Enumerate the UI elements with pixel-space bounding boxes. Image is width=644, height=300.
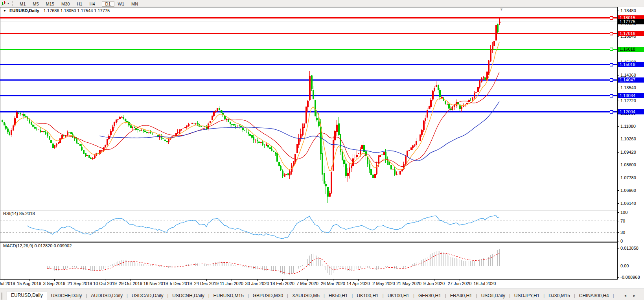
date-tick-label: 27 Jun 2020 [448, 281, 472, 286]
date-tick [54, 280, 55, 281]
date-tick [29, 280, 29, 281]
date-tick [282, 280, 283, 281]
date-tick [131, 280, 131, 281]
tab-xauusd-m5[interactable]: XAUUSD,M5 [288, 291, 324, 300]
timeframe-button-mn[interactable]: MN [128, 1, 142, 7]
date-tick [105, 280, 105, 281]
date-tick [232, 280, 232, 281]
tab-usdcnh-daily[interactable]: USDCNH,Daily [168, 291, 208, 300]
macd-tick [618, 248, 619, 248]
rsi-tick-label: 100 [620, 210, 627, 215]
tabs-container: EURUSD,DailyUSDCHF,Daily|AUDUSD,Daily|US… [7, 291, 614, 300]
tab-usdchf-daily[interactable]: USDCHF,Daily [47, 291, 86, 300]
rsi-layer [0, 215, 617, 239]
macd-tick-label: 0.00 [620, 263, 629, 268]
macd-tick-label: 0.013858 [620, 246, 638, 250]
date-tick [206, 280, 207, 281]
macd-layer [47, 249, 500, 275]
timeframe-button-m5[interactable]: M5 [29, 1, 42, 7]
price-tick [618, 88, 619, 88]
date-tick-label: 21 Sep 2019 [68, 281, 92, 286]
chart-symbol-label: EURUSD,Daily [9, 8, 39, 13]
macd-tick [618, 266, 619, 266]
date-tick [358, 280, 359, 281]
date-tick-label: 29 Oct 2019 [119, 281, 142, 286]
price-tick [618, 190, 619, 191]
date-axis[interactable]: 27 Jul 201915 Aug 20193 Sep 201921 Sep 2… [0, 280, 617, 288]
tabbar-grip [1, 293, 6, 300]
date-tick-label: 16 Nov 2019 [144, 281, 168, 286]
window-bottom-border [0, 288, 644, 288]
moving-averages-layer [15, 42, 499, 171]
tab-audusd-daily[interactable]: AUDUSD,Daily [87, 291, 127, 300]
date-tick [156, 280, 156, 281]
panel-frame [0, 7, 618, 280]
level-price-label: 1.17016 [618, 31, 644, 36]
date-tick [384, 280, 384, 281]
tab-scroll-right-icon[interactable]: ► [633, 294, 638, 298]
rsi-tick [618, 212, 619, 213]
rsi-tick [618, 232, 619, 233]
current-price-label: 1.17775 [618, 19, 644, 24]
level-price-label: 1.13034 [618, 93, 644, 98]
date-tick-label: 21 May 2020 [396, 281, 421, 286]
date-tick [257, 280, 258, 281]
price-tick-label: 1.06140 [620, 201, 636, 206]
rsi-tick-label: 30 [620, 230, 625, 235]
tab-fra40-h1[interactable]: FRA40,H1 [446, 291, 476, 300]
timeframe-button-m1[interactable]: M1 [16, 1, 29, 7]
tab-separator: | [613, 293, 614, 300]
price-tick [618, 152, 619, 153]
level-price-label: 1.15019 [618, 62, 644, 67]
tab-china300-h4[interactable]: CHINA300,H4 [575, 291, 613, 300]
date-tick-label: 7 Mar 2020 [296, 281, 318, 286]
tab-gbpusd-m30[interactable]: GBPUSD,M30 [249, 291, 287, 300]
tab-eurusd-daily[interactable]: EURUSD,Daily [7, 291, 47, 300]
tab-scroll-arrows: ◄ ► [624, 294, 638, 300]
price-tick-label: 1.14360 [620, 73, 636, 77]
price-tick [618, 36, 619, 37]
tab-eurusd-m15[interactable]: EURUSD,M15 [210, 291, 248, 300]
tab-usdcad-daily[interactable]: USDCAD,Daily [128, 291, 167, 300]
tab-uk100-h1[interactable]: UK100,H1 [353, 291, 382, 300]
date-tick-label: 10 Oct 2019 [93, 281, 117, 286]
price-tick-label: 1.07780 [620, 175, 636, 180]
price-axis[interactable]: 1.184801.176601.168401.151801.143601.135… [617, 7, 644, 280]
tab-hk50-h1[interactable]: HK50,H1 [325, 291, 352, 300]
tab-uk100-h1[interactable]: UK100,H1 [384, 291, 413, 300]
date-tick-label: 15 Aug 2019 [17, 281, 41, 286]
price-tick [618, 139, 619, 139]
date-tick [485, 280, 485, 281]
macd-indicator-label: MACD(12,26,9) 0.012820 0.009902 [3, 243, 72, 248]
chevron-down-icon[interactable]: ▾ [7, 2, 9, 5]
timeframe-button-h4[interactable]: H4 [86, 1, 98, 7]
price-tick-label: 1.12720 [620, 98, 636, 103]
date-tick [307, 280, 308, 281]
timeframe-button-m15[interactable]: M15 [42, 1, 58, 7]
date-tick [434, 280, 434, 281]
tab-ger30-h1[interactable]: GER30,H1 [414, 291, 445, 300]
chart-canvas[interactable] [0, 7, 618, 280]
date-tick [181, 280, 181, 281]
price-tick-label: 1.18480 [620, 8, 636, 13]
price-tick [618, 203, 619, 204]
chart-shift-marker-icon[interactable]: ▼ [500, 7, 503, 11]
timeframe-button-d1[interactable]: D1 [102, 1, 114, 7]
tab-usoil-daily[interactable]: USOil,Daily [477, 291, 509, 300]
tab-usdjpy-h1[interactable]: USDJPY,H1 [510, 291, 543, 300]
timeframe-button-h1[interactable]: H1 [73, 1, 86, 7]
rsi-tick [618, 221, 619, 221]
chart-tool-icon[interactable] [1, 1, 7, 6]
date-tick-label: 3 Sep 2019 [43, 281, 65, 286]
date-tick-label: 27 Jul 2019 [0, 281, 15, 286]
tab-dj30-m15[interactable]: DJ30,M15 [545, 291, 574, 300]
price-tick [618, 126, 619, 127]
timeframe-button-m30[interactable]: M30 [58, 1, 73, 7]
timeframe-button-w1[interactable]: W1 [114, 1, 128, 7]
collapse-triangle-icon[interactable]: ▼ [3, 9, 6, 13]
date-tick-label: 9 Jun 2020 [423, 281, 445, 286]
toolbar-grip[interactable] [12, 1, 15, 6]
rsi-tick-label: 70 [620, 219, 625, 223]
price-tick-label: 1.11080 [620, 124, 636, 129]
tab-scroll-left-icon[interactable]: ◄ [624, 294, 629, 298]
